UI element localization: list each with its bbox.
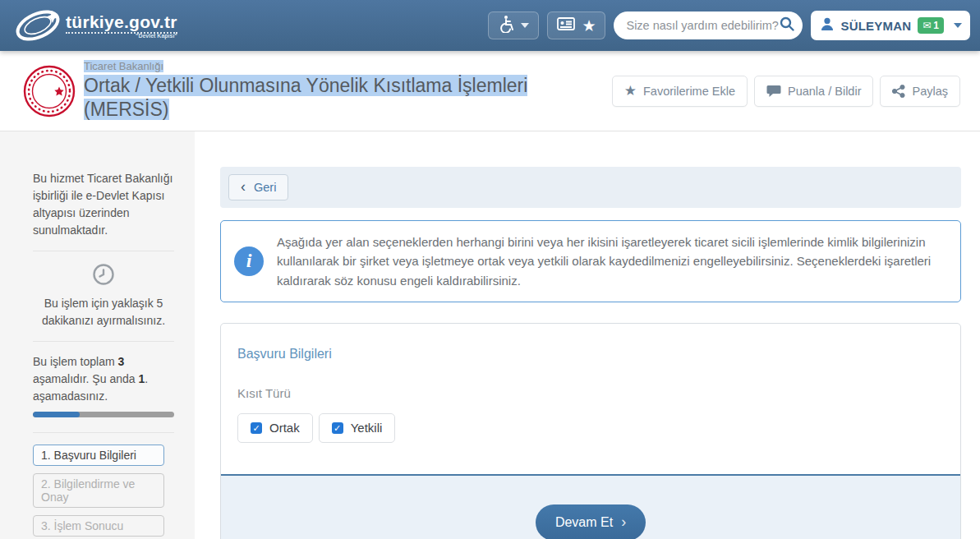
info-box: i Aşağıda yer alan seçeneklerden herhang… xyxy=(220,220,961,302)
restriction-type-label: Kısıt Türü xyxy=(237,386,944,400)
steps-note: Bu işlem toplam 3 aşamalıdır. Şu anda 1.… xyxy=(33,353,174,405)
add-favorites-button[interactable]: ★ Favorilerime Ekle xyxy=(612,76,748,107)
checkbox-yetkili[interactable]: ✓ Yetkili xyxy=(319,413,396,443)
main-content: ‹ Geri i Aşağıda yer alan seçeneklerden … xyxy=(195,131,980,539)
divider xyxy=(33,432,174,433)
envelope-icon: ✉ xyxy=(922,20,931,31)
favorites-star-icon[interactable]: ★ xyxy=(582,18,596,34)
help-search[interactable] xyxy=(614,12,803,39)
service-header: Ticaret Bakanlığı Ortak / Yetkili Olunma… xyxy=(0,51,980,131)
restriction-type-options: ✓ Ortak ✓ Yetkili xyxy=(237,413,944,443)
rate-report-label: Puanla / Bildir xyxy=(788,85,861,98)
application-form-card: Başvuru Bilgileri Kısıt Türü ✓ Ortak ✓ Y… xyxy=(220,323,961,539)
section-title: Başvuru Bilgileri xyxy=(237,347,944,362)
continue-button[interactable]: Devam Et › xyxy=(536,504,646,539)
search-icon[interactable] xyxy=(780,16,794,35)
info-icon: i xyxy=(234,246,264,276)
service-note: Bu hizmet Ticaret Bakanlığı işbirliği il… xyxy=(33,170,174,239)
divider xyxy=(33,341,174,342)
checkbox-yetkili-label: Yetkili xyxy=(351,421,383,435)
rate-report-button[interactable]: Puanla / Bildir xyxy=(754,76,873,107)
user-menu-button[interactable]: SÜLEYMAN ✉ 1 xyxy=(811,11,970,40)
search-input[interactable] xyxy=(626,19,780,32)
page-title: Ortak / Yetkili Olunmasına Yönelik Kısıt… xyxy=(84,74,612,122)
ministry-name: Ticaret Bakanlığı xyxy=(84,60,612,74)
accessibility-caret-icon xyxy=(521,23,529,28)
idcard-favorites-button[interactable]: ★ xyxy=(547,12,605,39)
accessibility-button[interactable] xyxy=(488,12,539,39)
progress-bar xyxy=(33,412,174,417)
chevron-right-icon: › xyxy=(621,514,626,531)
back-button[interactable]: ‹ Geri xyxy=(228,174,288,200)
duration-note: Bu işlem için yaklaşık 5 dakikanızı ayır… xyxy=(33,295,174,329)
form-footer: Devam Et › xyxy=(221,474,960,539)
message-badge[interactable]: ✉ 1 xyxy=(918,17,944,34)
divider xyxy=(33,251,174,251)
step-islem-sonucu: 3. İşlem Sonucu xyxy=(33,515,164,537)
info-text: Aşağıda yer alan seçeneklerden herhangi … xyxy=(277,233,945,290)
user-name: SÜLEYMAN xyxy=(840,19,911,33)
ministry-seal-logo xyxy=(23,65,76,117)
back-label: Geri xyxy=(254,181,276,194)
checkbox-yetkili-checkmark-icon[interactable]: ✓ xyxy=(332,422,343,434)
back-bar: ‹ Geri xyxy=(220,167,961,208)
clock-icon xyxy=(33,263,174,288)
brand-text: türkiye.gov.tr xyxy=(66,12,177,34)
share-button[interactable]: Paylaş xyxy=(880,76,960,107)
step-bilgilendirme-ve-onay: 2. Bilgilendirme ve Onay xyxy=(33,473,164,508)
checkbox-ortak-label: Ortak xyxy=(269,421,300,435)
checkbox-ortak-checkmark-icon[interactable]: ✓ xyxy=(251,422,262,434)
checkbox-ortak[interactable]: ✓ Ortak xyxy=(237,413,313,443)
share-label: Paylaş xyxy=(912,85,948,98)
accessibility-icon xyxy=(498,15,514,36)
star-icon: ★ xyxy=(624,84,637,98)
progress-fill xyxy=(33,412,80,417)
continue-label: Devam Et xyxy=(555,515,613,530)
share-icon xyxy=(892,85,905,98)
user-icon xyxy=(821,17,834,35)
service-actions: ★ Favorilerime Ekle Puanla / Bildir Payl… xyxy=(612,76,960,107)
message-count: 1 xyxy=(933,20,939,31)
sidebar: Bu hizmet Ticaret Bakanlığı işbirliği il… xyxy=(0,131,195,539)
edevlet-logo[interactable]: türkiye.gov.tr "Devlet Kapısı" xyxy=(12,7,177,44)
add-favorites-label: Favorilerime Ekle xyxy=(643,85,735,98)
user-caret-icon xyxy=(954,23,962,28)
chevron-left-icon: ‹ xyxy=(241,179,246,194)
edevlet-ellipse-icon xyxy=(12,7,64,44)
top-navbar: türkiye.gov.tr "Devlet Kapısı" xyxy=(0,0,980,51)
id-card-icon[interactable] xyxy=(557,17,575,34)
comment-icon xyxy=(766,85,781,98)
step-basvuru-bilgileri: 1. Başvuru Bilgileri xyxy=(33,445,164,466)
